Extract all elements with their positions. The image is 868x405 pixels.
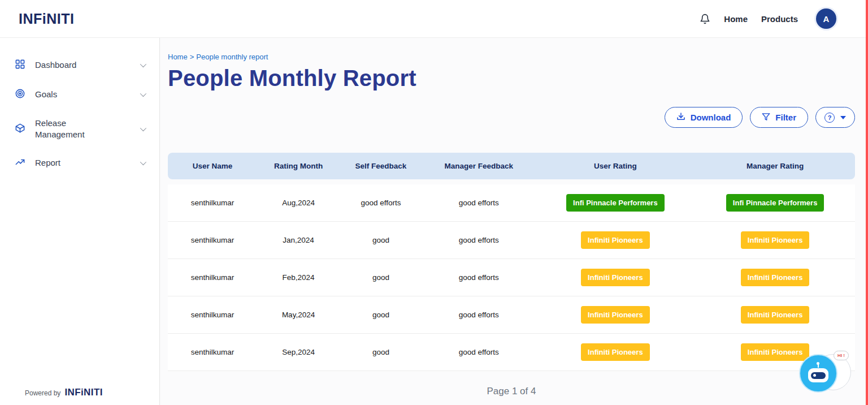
sidebar: Dashboard Goals Release Management Repor… <box>0 38 160 405</box>
page-title: People Monthly Report <box>168 66 855 91</box>
robot-head <box>808 368 828 382</box>
user-rating-cell: Infiniti Pioneers <box>536 222 696 259</box>
self-feedback-cell: good <box>340 222 422 259</box>
column-header-manager-feedback: Manager Feedback <box>422 153 536 179</box>
sidebar-item-label: Report <box>35 157 104 169</box>
sidebar-item-dashboard[interactable]: Dashboard <box>0 50 159 80</box>
chevron-down-icon <box>140 61 146 67</box>
self-feedback-cell: good <box>340 296 422 334</box>
filter-funnel-icon <box>762 113 770 123</box>
app-logo[interactable]: INFiNITI <box>19 11 74 27</box>
chatbot-widget[interactable]: HI ! <box>799 351 851 394</box>
chatbot-greeting-bubble: HI ! <box>834 351 849 360</box>
column-header-user-rating: User Rating <box>536 153 696 179</box>
sidebar-item-goals[interactable]: Goals <box>0 80 159 109</box>
table-row: senthilkumarMay,2024goodgood effortsInfi… <box>168 296 855 334</box>
nav-home[interactable]: Home <box>724 14 748 24</box>
self-feedback-cell: good <box>340 259 422 296</box>
nav-products[interactable]: Products <box>761 14 798 24</box>
rating-month-cell: Jan,2024 <box>257 222 340 259</box>
rating-month-cell: May,2024 <box>257 296 340 334</box>
chevron-down-icon <box>140 159 146 165</box>
manager-rating-cell: Infiniti Pioneers <box>695 259 855 296</box>
user-name-cell: senthilkumar <box>168 334 257 371</box>
user-name-cell: senthilkumar <box>168 296 257 334</box>
filter-button-label: Filter <box>775 113 796 122</box>
sidebar-item-release-management[interactable]: Release Management <box>0 109 159 148</box>
self-feedback-cell: good <box>340 334 422 371</box>
download-button-label: Download <box>691 113 731 122</box>
avatar[interactable]: A <box>816 8 836 29</box>
breadcrumb-current[interactable]: People monthly report <box>196 53 268 61</box>
manager-rating-cell: Infi Pinnacle Performers <box>695 179 855 222</box>
help-question-icon: ? <box>824 113 835 123</box>
breadcrumb-separator: > <box>190 53 194 61</box>
notification-bell-icon[interactable] <box>700 14 710 24</box>
header-nav: Home Products A <box>700 8 836 29</box>
people-monthly-report-table: User Name Rating Month Self Feedback Man… <box>168 153 855 371</box>
powered-by: Powered by INFiNITI <box>25 387 103 398</box>
sidebar-item-label: Goals <box>35 89 104 100</box>
rating-badge[interactable]: Infiniti Pioneers <box>581 269 650 286</box>
chevron-down-icon <box>140 91 146 97</box>
rating-month-cell: Feb,2024 <box>257 259 340 296</box>
download-icon <box>676 112 685 123</box>
robot-antenna <box>818 364 819 368</box>
rating-badge[interactable]: Infiniti Pioneers <box>741 231 810 249</box>
user-name-cell: senthilkumar <box>168 222 257 259</box>
top-header: INFiNITI Home Products A <box>0 0 868 38</box>
column-header-rating-month: Rating Month <box>257 153 340 179</box>
column-header-manager-rating: Manager Rating <box>695 153 855 179</box>
manager-feedback-cell: good efforts <box>422 334 536 371</box>
rating-badge[interactable]: Infi Pinnacle Performers <box>566 194 665 212</box>
rating-badge[interactable]: Infi Pinnacle Performers <box>726 194 824 212</box>
pagination-status: Page 1 of 4 <box>168 386 855 397</box>
rating-badge[interactable]: Infiniti Pioneers <box>581 343 650 361</box>
user-rating-cell: Infiniti Pioneers <box>536 296 696 334</box>
rating-badge[interactable]: Infiniti Pioneers <box>581 231 650 249</box>
table-row: senthilkumarAug,2024good effortsgood eff… <box>168 179 855 222</box>
package-icon <box>15 123 25 135</box>
table-header: User Name Rating Month Self Feedback Man… <box>168 153 855 179</box>
user-rating-cell: Infi Pinnacle Performers <box>536 179 696 222</box>
table-body: senthilkumarAug,2024good effortsgood eff… <box>168 179 855 371</box>
rating-badge[interactable]: Infiniti Pioneers <box>581 306 650 324</box>
rating-month-cell: Sep,2024 <box>257 334 340 371</box>
manager-feedback-cell: good efforts <box>422 259 536 296</box>
toolbar: Download Filter ? <box>168 107 855 128</box>
sidebar-item-label: Release Management <box>35 118 104 140</box>
chevron-down-icon <box>140 124 146 131</box>
manager-feedback-cell: good efforts <box>422 296 536 334</box>
help-button[interactable]: ? <box>815 107 855 128</box>
table-row: senthilkumarFeb,2024goodgood effortsInfi… <box>168 259 855 296</box>
window-edge-accent <box>866 0 868 405</box>
breadcrumb-home-link[interactable]: Home <box>168 53 188 61</box>
trending-chart-icon <box>15 157 25 169</box>
user-name-cell: senthilkumar <box>168 259 257 296</box>
table-row: senthilkumarJan,2024goodgood effortsInfi… <box>168 222 855 259</box>
manager-feedback-cell: good efforts <box>422 222 536 259</box>
user-name-cell: senthilkumar <box>168 179 257 222</box>
caret-down-icon <box>840 116 846 119</box>
manager-rating-cell: Infiniti Pioneers <box>695 296 855 334</box>
breadcrumb: Home>People monthly report <box>168 53 855 61</box>
powered-by-text: Powered by <box>25 389 60 397</box>
dashboard-grid-icon <box>15 59 25 71</box>
powered-by-logo: INFiNITI <box>64 387 102 398</box>
filter-button[interactable]: Filter <box>750 107 808 128</box>
manager-feedback-cell: good efforts <box>422 179 536 222</box>
column-header-self-feedback: Self Feedback <box>340 153 422 179</box>
chatbot-robot-icon <box>799 354 837 393</box>
user-rating-cell: Infiniti Pioneers <box>536 259 696 296</box>
sidebar-item-report[interactable]: Report <box>0 148 159 178</box>
robot-eye <box>813 374 816 377</box>
self-feedback-cell: good efforts <box>340 179 422 222</box>
rating-badge[interactable]: Infiniti Pioneers <box>741 269 810 286</box>
sidebar-item-label: Dashboard <box>35 59 104 71</box>
table-row: senthilkumarSep,2024goodgood effortsInfi… <box>168 334 855 371</box>
manager-rating-cell: Infiniti Pioneers <box>695 222 855 259</box>
page-body: Dashboard Goals Release Management Repor… <box>0 38 868 405</box>
rating-badge[interactable]: Infiniti Pioneers <box>741 306 810 324</box>
target-icon <box>15 88 25 101</box>
download-button[interactable]: Download <box>665 107 743 128</box>
